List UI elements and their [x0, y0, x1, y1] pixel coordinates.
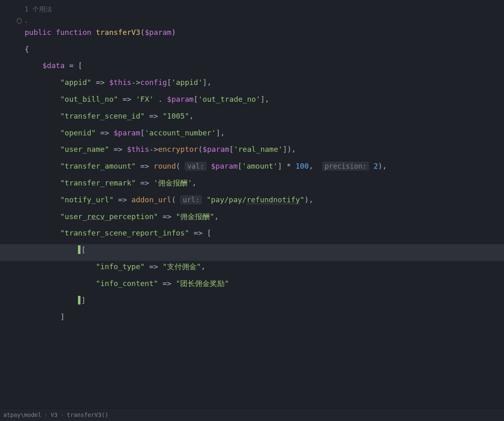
breadcrumb-segment[interactable]: transferV3() — [67, 410, 108, 419]
code-line: "appid" => $this->config['appid'], — [0, 77, 504, 94]
current-line: [ — [0, 244, 504, 261]
code-line: { — [0, 43, 504, 60]
breadcrumb[interactable]: atpay\model › V3 › transferV3() — [0, 408, 504, 421]
param-hint: url: — [180, 195, 202, 204]
bracket-close-highlighted: ] — [78, 296, 86, 304]
breadcrumb-segment[interactable]: atpay\model — [3, 410, 41, 419]
code-line: "openid" => $param['account_number'], — [0, 127, 504, 144]
bracket-open-highlighted: [ — [78, 245, 86, 254]
usage-hint[interactable]: 1 个用法 — [0, 4, 504, 15]
chevron-down-icon: ⌄ — [25, 17, 27, 25]
code-line: ] — [0, 295, 504, 311]
chevron-right-icon: › — [61, 411, 64, 419]
code-line: "out_bill_no" => 'FX' . $param['out_trad… — [0, 94, 504, 110]
code-line: ] — [0, 311, 504, 328]
code-line: "transfer_scene_report_infos" => [ — [0, 227, 504, 244]
gutter-ai-icon[interactable]: ⌄ — [0, 17, 504, 25]
code-line: "info_type" => "支付佣金", — [0, 261, 504, 278]
breadcrumb-segment[interactable]: V3 — [50, 410, 57, 419]
code-line: "transfer_amount" => round( val: $param[… — [0, 160, 504, 177]
param-hint: val: — [185, 162, 206, 171]
code-line: "notify_url" => addon_url( url: "pay/pay… — [0, 194, 504, 211]
code-line: "info_content" => "团长佣金奖励" — [0, 278, 504, 295]
code-line: "user_name" => $this->encryptor($param['… — [0, 144, 504, 160]
code-line: "transfer_remark" => '佣金报酬', — [0, 177, 504, 194]
chevron-right-icon: › — [45, 411, 48, 419]
code-line: "transfer_scene_id" => "1005", — [0, 110, 504, 127]
param-hint: precision: — [322, 162, 369, 171]
copilot-icon — [16, 17, 23, 25]
code-editor[interactable]: 1 个用法 ⌄ public function transferV3($para… — [0, 0, 504, 328]
code-line: "user_recv_perception" => "佣金报酬", — [0, 211, 504, 228]
code-line: public function transferV3($param) — [0, 27, 504, 43]
code-line: $data = [ — [0, 60, 504, 77]
